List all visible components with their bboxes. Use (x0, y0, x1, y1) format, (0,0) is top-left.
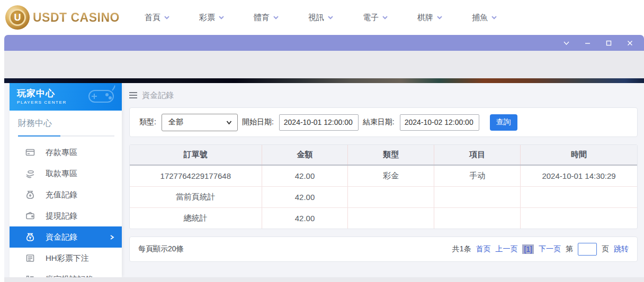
window-maximize-icon[interactable] (602, 38, 615, 48)
col-time: 時間 (521, 145, 637, 165)
sidebar-item-label: 充值記錄 (46, 190, 77, 200)
cell-amount: 42.00 (262, 186, 348, 207)
withdraw-hand-icon (25, 169, 35, 178)
sidebar-menu: 存款專區 取款專區 充值記錄 (10, 142, 122, 277)
nav-item-slots[interactable]: 電子 (348, 13, 402, 23)
cell-type: 彩金 (348, 165, 434, 186)
jump-page-input[interactable] (578, 243, 597, 256)
cell-amount: 42.00 (262, 207, 348, 229)
nav-item-sports[interactable]: 體育 (239, 13, 293, 23)
chevron-down-icon (273, 15, 279, 20)
sidebar: 玩家中心 PLAYERS CENTER 財務中心 (10, 83, 122, 277)
nav-label: 視訊 (308, 13, 324, 23)
col-type: 類型 (348, 145, 434, 165)
gamepad-decoration-icon (86, 85, 118, 106)
col-order-no: 訂單號 (130, 145, 262, 165)
sidebar-item-withdraw[interactable]: 取款專區 (10, 163, 122, 184)
withdrawal-wallet-icon (25, 211, 35, 221)
cell-order-no: 1727764229177648 (130, 165, 262, 186)
menu-collapse-icon[interactable] (129, 92, 137, 98)
recharge-bag-icon (25, 190, 35, 199)
cell-empty (521, 207, 637, 229)
jump-action-link[interactable]: 跳转 (614, 244, 629, 254)
funds-table: 訂單號 金額 類型 項目 時間 1727764229177648 42.00 彩… (130, 145, 637, 229)
nav-label: 電子 (363, 13, 379, 23)
chevron-down-icon (491, 15, 497, 20)
jump-suffix-label: 页 (602, 244, 609, 254)
cell-empty (348, 207, 434, 229)
table-row-page-total: 當前頁統計 42.00 (130, 186, 637, 207)
logo-monogram: U (9, 9, 26, 26)
window-titlebar (4, 35, 644, 51)
nav-item-cards[interactable]: 棋牌 (402, 13, 457, 23)
sidebar-item-funds-record[interactable]: 資金記錄 (10, 226, 122, 248)
col-item: 項目 (434, 145, 521, 165)
cell-empty (434, 207, 521, 229)
next-page-link[interactable]: 下一页 (539, 244, 561, 254)
chevron-down-icon (164, 15, 169, 20)
page-title: 資金記錄 (142, 90, 174, 101)
finance-center-label: 財務中心 (18, 118, 114, 129)
cell-empty (521, 186, 637, 207)
first-page-link[interactable]: 首页 (476, 244, 490, 254)
window-close-icon[interactable] (623, 38, 637, 48)
funds-bag-icon (25, 232, 35, 242)
sidebar-item-deposit[interactable]: 存款專區 (10, 142, 122, 163)
start-date-label: 開始日期: (242, 117, 274, 127)
section-underline (18, 135, 114, 137)
sidebar-item-room-bet-record[interactable]: 廳室投註記錄 (10, 269, 122, 277)
nav-item-live[interactable]: 視訊 (293, 13, 348, 23)
type-label: 類型: (139, 117, 156, 127)
chevron-right-icon (110, 235, 114, 240)
finance-center-section: 財務中心 (10, 111, 122, 137)
logo-ball-icon: U (5, 5, 30, 30)
cell-amount: 42.00 (262, 165, 348, 186)
type-select-value: 全部 (168, 117, 183, 127)
nav-item-lottery[interactable]: 彩票 (184, 13, 239, 23)
col-amount: 金額 (262, 145, 348, 165)
nav-item-home[interactable]: 首頁 (130, 13, 184, 23)
type-select[interactable]: 全部 (162, 114, 238, 131)
funds-table-card: 訂單號 金額 類型 項目 時間 1727764229177648 42.00 彩… (129, 144, 638, 229)
chevron-down-icon (219, 15, 224, 20)
nav-label: 體育 (254, 13, 270, 23)
page-bottom-strip (4, 277, 644, 282)
cell-empty (348, 186, 434, 207)
chevron-down-icon (328, 15, 333, 20)
sidebar-item-label: 資金記錄 (46, 232, 77, 242)
sidebar-item-label: 取款專區 (46, 169, 77, 179)
cell-item: 手动 (434, 165, 521, 186)
nav-label: 捕魚 (472, 13, 488, 23)
content-area: 玩家中心 PLAYERS CENTER 財務中心 (4, 83, 644, 277)
chevron-down-icon (382, 15, 388, 20)
site-logo[interactable]: U USDT CASINO (0, 5, 130, 30)
players-center-header: 玩家中心 PLAYERS CENTER (10, 83, 122, 111)
sidebar-item-recharge-record[interactable]: 充值記錄 (10, 184, 122, 205)
search-button[interactable]: 查詢 (490, 114, 517, 131)
select-chevron-down-icon (226, 120, 232, 125)
jump-prefix-label: 第 (566, 244, 573, 254)
window-toolbar-area (4, 51, 644, 78)
sidebar-item-label: 存款專區 (46, 148, 77, 158)
sidebar-item-label: HH彩票下注 (46, 253, 89, 263)
deposit-card-icon (25, 148, 35, 157)
chevron-down-icon (437, 15, 442, 20)
cell-time: 2024-10-01 14:30:29 (521, 165, 637, 186)
window-minimize-icon[interactable] (580, 38, 594, 48)
cell-label: 總統計 (130, 207, 262, 229)
sidebar-item-hh-lottery-bets[interactable]: HH彩票下注 (10, 248, 122, 269)
nav-label: 棋牌 (417, 13, 433, 23)
start-date-input[interactable] (279, 114, 359, 131)
table-row: 1727764229177648 42.00 彩金 手动 2024-10-01 … (130, 165, 637, 186)
current-page-indicator: [1] (522, 244, 534, 254)
logo-text: USDT CASINO (33, 11, 120, 25)
banner-strip (4, 78, 644, 83)
lottery-list-icon (25, 253, 35, 263)
table-row-grand-total: 總統計 42.00 (130, 207, 637, 229)
window-chevron-down-icon[interactable] (559, 38, 573, 48)
nav-item-fishing[interactable]: 捕魚 (457, 13, 512, 23)
prev-page-link[interactable]: 上一页 (495, 244, 517, 254)
sidebar-item-label: 提現記錄 (46, 211, 77, 221)
end-date-input[interactable] (400, 114, 479, 131)
sidebar-item-withdrawal-record[interactable]: 提現記錄 (10, 205, 122, 226)
